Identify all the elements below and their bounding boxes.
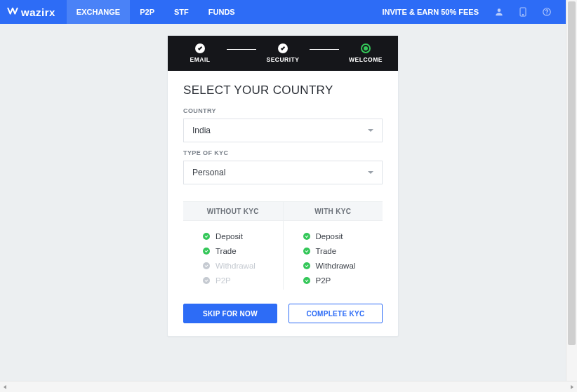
nav-stf[interactable]: STF [164, 0, 199, 24]
feature-row: Deposit [183, 228, 283, 243]
chevron-down-icon [368, 129, 373, 132]
horizontal-scrollbar[interactable] [0, 381, 577, 392]
with-kyc-header: WITH KYC [284, 201, 383, 221]
onboarding-card: EMAIL SECURITY WELCOME SELECT YOUR COUNT… [167, 35, 399, 337]
without-kyc-header: WITHOUT KYC [183, 201, 283, 221]
check-circle-icon [303, 277, 310, 284]
check-circle-icon [303, 262, 310, 269]
country-select[interactable]: India [183, 119, 383, 142]
check-circle-icon [203, 233, 210, 240]
skip-button[interactable]: SKIP FOR NOW [183, 304, 277, 323]
step-security: SECURITY [258, 43, 308, 63]
step-welcome: WELCOME [340, 43, 391, 63]
feature-row: P2P [284, 272, 383, 287]
svg-point-4 [546, 13, 547, 14]
check-circle-icon [203, 248, 210, 255]
feature-row: Withdrawal [183, 257, 283, 272]
scroll-left-icon [4, 385, 6, 389]
brand-name: wazirx [21, 6, 55, 18]
check-circle-icon [203, 262, 210, 269]
check-circle-icon [303, 248, 310, 255]
vertical-scrollbar[interactable] [566, 0, 577, 381]
country-value: India [192, 126, 211, 135]
country-label: COUNTRY [183, 107, 383, 114]
feature-label: P2P [215, 276, 231, 285]
brand-logo[interactable]: wazirx [7, 6, 55, 18]
kyc-type-select[interactable]: Personal [183, 161, 383, 184]
account-icon[interactable] [487, 0, 511, 24]
feature-row: Withdrawal [284, 257, 383, 272]
nav-p2p[interactable]: P2P [130, 0, 164, 24]
feature-row: P2P [183, 272, 283, 287]
check-circle-icon [203, 277, 210, 284]
scroll-right-icon [571, 385, 573, 389]
kyc-type-value: Personal [192, 168, 225, 177]
mobile-icon[interactable] [511, 0, 535, 24]
scrollbar-thumb[interactable] [568, 1, 576, 345]
chevron-down-icon [368, 171, 373, 174]
feature-label: P2P [316, 276, 331, 285]
svg-point-2 [522, 14, 524, 15]
nav-exchange[interactable]: EXCHANGE [67, 0, 130, 24]
check-icon [195, 43, 205, 53]
top-nav: wazirx EXCHANGE P2P STF FUNDS INVITE & E… [0, 0, 566, 24]
complete-kyc-button[interactable]: COMPLETE KYC [288, 304, 383, 323]
feature-row: Trade [183, 243, 283, 257]
help-icon[interactable] [535, 0, 559, 24]
nav-invite[interactable]: INVITE & EARN 50% FEES [373, 8, 487, 16]
check-icon [278, 43, 288, 53]
without-kyc-column: WITHOUT KYC DepositTradeWithdrawalP2P [183, 201, 283, 290]
nav-funds[interactable]: FUNDS [199, 0, 245, 24]
kyc-comparison: WITHOUT KYC DepositTradeWithdrawalP2P WI… [168, 201, 398, 302]
with-kyc-column: WITH KYC DepositTradeWithdrawalP2P [283, 201, 383, 290]
feature-label: Withdrawal [316, 262, 356, 270]
brand-icon [7, 7, 18, 17]
feature-label: Deposit [215, 232, 243, 241]
feature-label: Trade [215, 247, 237, 255]
feature-row: Deposit [284, 228, 383, 243]
feature-label: Trade [316, 247, 337, 255]
svg-point-0 [498, 8, 501, 12]
page-title: SELECT YOUR COUNTRY [183, 83, 383, 97]
feature-label: Deposit [316, 232, 343, 241]
progress-steps: EMAIL SECURITY WELCOME [168, 36, 398, 71]
feature-label: Withdrawal [215, 262, 256, 270]
kyc-type-label: TYPE OF KYC [183, 149, 383, 156]
step-email: EMAIL [175, 43, 225, 63]
check-circle-icon [303, 233, 310, 240]
feature-row: Trade [284, 243, 383, 257]
active-step-icon [361, 43, 371, 53]
